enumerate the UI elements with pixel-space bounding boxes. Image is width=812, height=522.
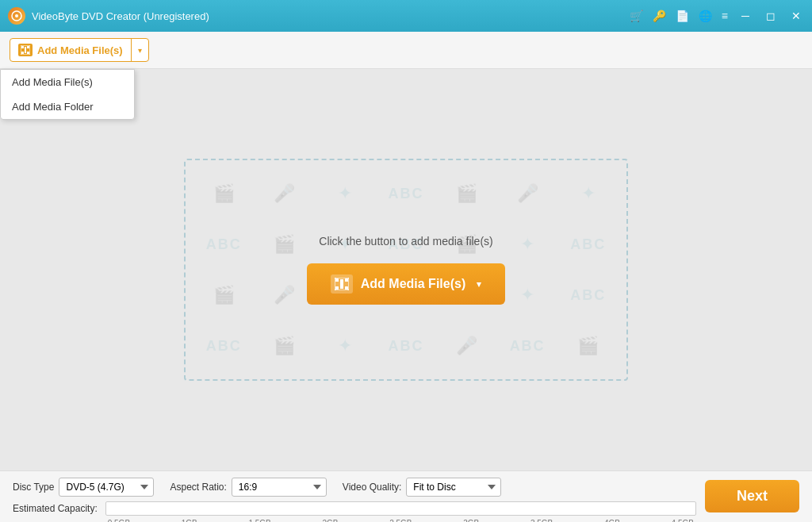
toolbar: Add Media File(s) ▾ Add Media File(s) Ad… [0,32,812,69]
bottom-bar: Disc Type DVD-5 (4.7G) DVD-9 (8.5G) BD-2… [0,470,812,522]
svg-rect-13 [340,279,343,289]
wm-abc8: ABC [376,320,437,371]
add-media-file-button[interactable]: Add Media File(s) ▾ [10,38,149,62]
key-icon[interactable]: 🔑 [653,10,666,22]
wm-mic3: 🎤 [255,270,316,320]
disc-type-label: Disc Type [13,482,54,493]
wm-film5: 🎬 [193,270,255,320]
close-icon[interactable]: ✕ [788,10,804,22]
dropdown-add-files[interactable]: Add Media File(s) [1,70,134,94]
cart-icon[interactable]: 🛒 [630,10,643,22]
minimize-icon[interactable]: ─ [737,10,753,22]
video-quality-group: Video Quality: Fit to Disc High Medium L… [343,478,502,497]
wm-film7: 🎬 [255,320,316,371]
wm-abc4: ABC [557,219,619,270]
estimated-capacity-label: Estimated Capacity: [13,503,98,514]
center-add-label: Add Media File(s) [361,277,465,291]
wm-film3: 🎬 [255,219,316,270]
wm-plus6: ✦ [315,320,376,371]
dropdown-menu: Add Media File(s) Add Media Folder [0,69,135,120]
tick-3: 2GB [322,519,338,522]
drop-area[interactable]: 🎬 🎤 ✦ ABC 🎬 🎤 ✦ ABC 🎬 ✦ ABC 🎬 ✦ ABC 🎬 🎤 … [184,159,628,381]
svg-rect-3 [21,46,24,48]
wm-abc6: ABC [557,270,619,320]
globe-icon[interactable]: 🌐 [699,10,712,22]
wm-abc9: ABC [497,320,558,371]
wm-mic1: 🎤 [255,168,316,219]
add-media-file-main[interactable]: Add Media File(s) [10,39,132,61]
svg-rect-4 [27,46,29,48]
app-icon [8,7,25,25]
capacity-bar: 0.5GB 1GB 1.5GB 2GB 2.5GB 3GB 3.5GB 4GB … [105,501,696,516]
video-quality-label: Video Quality: [343,482,402,493]
tick-2: 1.5GB [248,519,270,522]
main-content: 🎬 🎤 ✦ ABC 🎬 🎤 ✦ ABC 🎬 ✦ ABC 🎬 ✦ ABC 🎬 🎤 … [0,69,812,470]
center-add-media-button[interactable]: Add Media File(s) ▾ [307,263,505,305]
tick-1: 1GB [182,519,197,522]
wm-abc2: ABC [193,219,255,270]
svg-rect-11 [335,286,339,290]
capacity-ticks: 0.5GB 1GB 1.5GB 2GB 2.5GB 3GB 3.5GB 4GB … [106,519,695,522]
film-icon [18,44,33,56]
file-icon[interactable]: 📄 [676,10,689,22]
wm-film8: 🎬 [557,320,619,371]
tick-5: 3GB [463,519,479,522]
wm-plus2: ✦ [557,168,619,219]
center-add-arrow: ▾ [477,279,481,290]
add-media-dropdown-arrow[interactable]: ▾ [132,41,148,59]
aspect-ratio-group: Aspect Ratio: 16:9 4:3 [170,478,326,497]
next-button[interactable]: Next [705,480,799,512]
svg-point-1 [15,14,18,17]
help-icon[interactable]: ≡ [722,10,728,22]
disc-type-select[interactable]: DVD-5 (4.7G) DVD-9 (8.5G) BD-25 (25G) [59,478,154,497]
tick-4: 2.5GB [389,519,412,522]
tick-7: 4GB [604,519,620,522]
wm-mic5: 🎤 [436,320,497,371]
video-quality-select[interactable]: Fit to Disc High Medium Low [406,478,501,497]
aspect-ratio-label: Aspect Ratio: [170,482,226,493]
wm-film1: 🎬 [193,168,255,219]
capacity-row: Estimated Capacity: 0.5GB 1GB 1.5GB 2GB … [13,501,799,516]
svg-rect-5 [21,52,24,54]
tick-6: 3.5GB [530,519,553,522]
title-bar: VideoByte DVD Creator (Unregistered) 🛒 🔑… [0,0,812,32]
title-bar-left: VideoByte DVD Creator (Unregistered) [8,7,209,25]
wm-abc1: ABC [376,168,437,219]
restore-icon[interactable]: ◻ [763,10,779,22]
controls-row: Disc Type DVD-5 (4.7G) DVD-9 (8.5G) BD-2… [13,478,799,497]
center-film-icon [331,274,353,294]
svg-rect-10 [345,278,348,282]
dropdown-add-folder[interactable]: Add Media Folder [1,94,134,119]
wm-plus1: ✦ [315,168,376,219]
aspect-ratio-select[interactable]: 16:9 4:3 [232,478,327,497]
wm-abc7: ABC [193,320,255,371]
wm-mic2: 🎤 [497,168,558,219]
wm-plus5: ✦ [497,270,558,320]
svg-rect-6 [27,52,29,54]
app-title: VideoByte DVD Creator (Unregistered) [32,10,209,22]
tick-8: 4.5GB [672,519,694,522]
wm-film2: 🎬 [436,168,497,219]
svg-rect-7 [25,47,26,53]
wm-plus4: ✦ [497,219,558,270]
tick-0: 0.5GB [108,519,130,522]
disc-type-group: Disc Type DVD-5 (4.7G) DVD-9 (8.5G) BD-2… [13,478,154,497]
add-media-label: Add Media File(s) [37,44,123,56]
title-bar-controls: 🛒 🔑 📄 🌐 ≡ ─ ◻ ✕ [630,10,804,22]
drop-prompt: Click the button to add media file(s) [319,235,492,248]
svg-rect-9 [335,278,339,282]
svg-rect-12 [345,286,348,290]
